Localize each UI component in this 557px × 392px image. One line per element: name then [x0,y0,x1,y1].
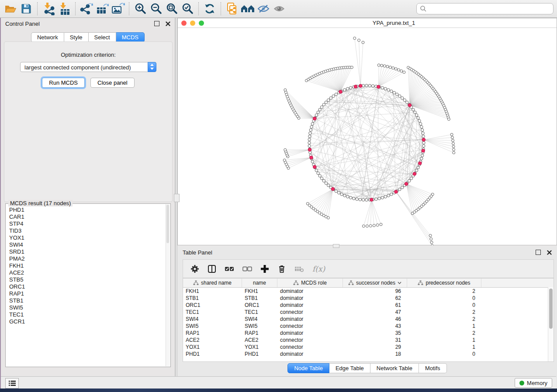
tab-network-table[interactable]: Network Table [370,363,419,373]
network-node[interactable] [317,111,319,113]
delete-column-icon[interactable] [277,265,286,273]
table-row[interactable]: ORC1ORC1dominator610 [183,302,554,309]
tab-select[interactable]: Select [89,32,116,42]
table-row[interactable]: YOX1YOX1connector291 [183,344,554,351]
tab-edge-table[interactable]: Edge Table [329,363,370,373]
export-network-button[interactable] [79,2,94,16]
network-node[interactable] [337,191,340,194]
network-node[interactable] [411,212,414,215]
column-header-successor-nodes[interactable]: successor nodes [343,279,407,287]
column-view-icon[interactable] [208,265,216,273]
network-node[interactable] [362,225,365,227]
function-builder-icon[interactable]: f(x) [312,265,325,273]
column-header-name[interactable]: name [242,279,277,287]
network-node[interactable] [403,71,405,73]
network-node[interactable] [393,91,395,94]
import-table-button[interactable] [56,2,72,16]
network-node[interactable] [451,136,453,139]
run-mcds-button[interactable]: Run MCDS [42,78,85,88]
network-node[interactable] [384,87,387,90]
table-settings-icon[interactable] [190,265,199,273]
network-node[interactable] [315,169,318,172]
result-node-item[interactable]: RAP1 [9,290,170,297]
result-node-item[interactable]: FKH1 [9,262,170,269]
mcds-node[interactable] [418,162,422,165]
zoom-selected-button[interactable] [180,2,195,16]
result-node-item[interactable]: SWI4 [9,241,170,248]
network-node[interactable] [359,198,361,201]
search-box[interactable] [416,3,554,14]
network-node[interactable] [309,132,311,134]
tab-style[interactable]: Style [64,32,89,42]
network-node[interactable] [365,199,368,201]
import-network-button[interactable] [41,2,56,16]
mcds-node[interactable] [394,190,398,193]
network-node[interactable] [322,103,325,106]
network-node[interactable] [349,196,352,199]
network-node[interactable] [392,67,394,69]
network-node[interactable] [322,179,325,182]
save-session-button[interactable] [18,2,34,16]
network-node[interactable] [346,195,349,198]
network-node[interactable] [283,159,286,162]
tab-mcds[interactable]: MCDS [116,32,145,42]
network-node[interactable] [389,66,391,69]
network-node[interactable] [320,177,323,179]
network-node[interactable] [390,90,393,93]
network-node[interactable] [431,244,433,245]
network-node[interactable] [415,113,418,116]
network-node[interactable] [429,234,432,237]
network-node[interactable] [381,196,384,199]
network-node[interactable] [317,172,319,174]
table-scrollbar[interactable] [548,287,554,361]
network-node[interactable] [420,126,423,128]
result-node-item[interactable]: ORC1 [9,283,170,290]
result-node-item[interactable]: TID3 [9,227,170,234]
network-node[interactable] [373,224,375,227]
table-row[interactable]: SWI5SWI5connector431 [183,323,554,330]
result-node-item[interactable]: ACE2 [9,269,170,276]
node-table[interactable]: shared namenameMCDS rolesuccessor nodesp… [183,278,554,362]
network-node[interactable] [340,193,343,196]
memory-button[interactable]: Memory [515,378,552,388]
delete-table-icon[interactable] [294,265,304,272]
result-node-item[interactable]: STB5 [9,276,170,283]
network-node[interactable] [365,84,368,87]
network-node[interactable] [422,135,425,138]
network-node[interactable] [311,160,314,163]
network-node[interactable] [398,69,400,71]
mcds-node[interactable] [405,182,408,186]
network-node[interactable] [430,241,433,244]
network-node[interactable] [353,197,355,200]
refresh-layout-button[interactable] [202,2,218,16]
network-node[interactable] [343,89,346,91]
network-window-titlebar[interactable]: YPA_prune.txt_1 [178,18,557,28]
network-node[interactable] [430,237,432,240]
network-node[interactable] [375,198,377,200]
network-node[interactable] [383,65,386,67]
network-node[interactable] [325,101,327,103]
network-node[interactable] [395,93,398,96]
network-node[interactable] [408,179,410,182]
table-row[interactable]: ACE2ACE2connector311 [183,337,554,344]
open-file-button[interactable] [3,2,18,16]
network-node[interactable] [452,139,454,142]
network-node[interactable] [415,169,418,172]
network-node[interactable] [418,120,421,122]
zoom-fit-button[interactable] [164,2,180,16]
network-node[interactable] [369,224,372,227]
network-node[interactable] [453,151,455,154]
network-node[interactable] [387,89,390,91]
network-node[interactable] [394,68,397,70]
network-node[interactable] [421,154,424,157]
mcds-node[interactable] [408,103,412,107]
network-node[interactable] [356,198,358,200]
network-node[interactable] [368,84,371,87]
horizontal-splitter-handle[interactable] [333,244,339,248]
result-node-item[interactable]: PMA2 [9,255,170,262]
network-node[interactable] [419,123,422,125]
float-window-icon[interactable] [154,21,159,26]
network-node[interactable] [384,195,387,198]
network-node[interactable] [401,96,403,99]
network-node[interactable] [422,144,425,147]
